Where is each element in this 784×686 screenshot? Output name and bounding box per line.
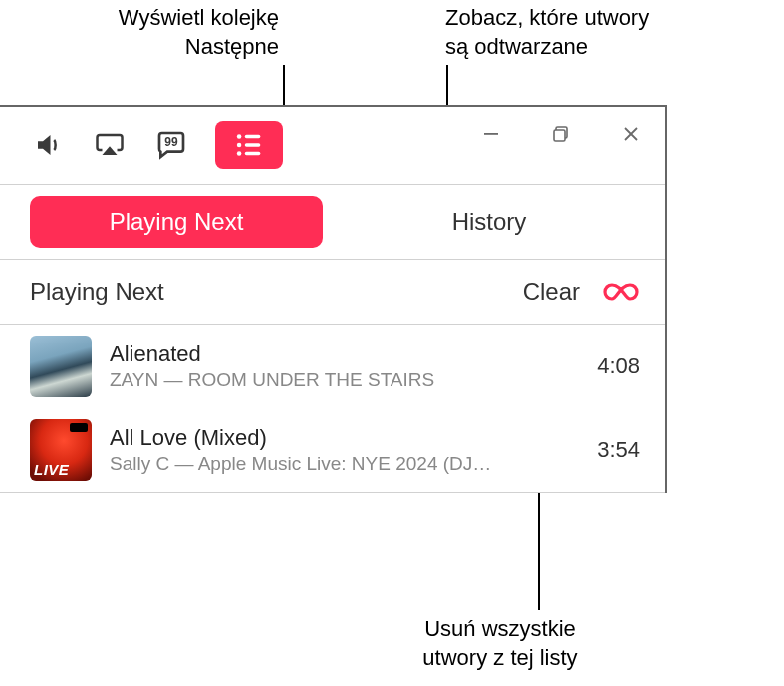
track-subtitle: ZAYN — ROOM UNDER THE STAIRS [110, 369, 583, 391]
close-button[interactable] [596, 107, 665, 162]
svg-rect-2 [245, 135, 261, 138]
track-info: All Love (Mixed) Sally C — Apple Music L… [110, 425, 583, 475]
toolbar: 99 [0, 121, 283, 169]
callout-text: utwory z tej listy [422, 645, 577, 670]
callout-history: Zobacz, które utwory są odtwarzane [445, 4, 724, 61]
window-controls [456, 107, 665, 162]
track-row[interactable]: Alienated ZAYN — ROOM UNDER THE STAIRS 4… [30, 325, 640, 408]
svg-rect-9 [554, 130, 565, 141]
maximize-button[interactable] [526, 107, 596, 162]
tab-history[interactable]: History [343, 208, 636, 236]
divider [0, 492, 665, 493]
track-title: All Love (Mixed) [110, 425, 583, 451]
tabs: Playing Next History [0, 184, 665, 260]
volume-icon[interactable] [30, 127, 66, 163]
svg-rect-6 [245, 152, 261, 155]
svg-text:99: 99 [164, 135, 178, 149]
airplay-icon[interactable] [92, 127, 128, 163]
section-header: Playing Next Clear [0, 260, 665, 325]
album-artwork [30, 419, 92, 481]
callout-text: są odtwarzane [445, 34, 588, 59]
section-title: Playing Next [30, 278, 523, 306]
autoplay-icon[interactable] [602, 279, 640, 305]
track-duration: 4:08 [597, 353, 640, 379]
svg-rect-4 [245, 143, 261, 146]
callout-queue: Wyświetl kolejkę Następne [70, 4, 279, 61]
svg-rect-7 [484, 133, 498, 135]
album-artwork [30, 336, 92, 397]
callout-text: Usuń wszystkie [424, 616, 576, 641]
track-row[interactable]: All Love (Mixed) Sally C — Apple Music L… [30, 408, 640, 492]
callout-text: Zobacz, które utwory [445, 5, 649, 30]
titlebar: 99 [0, 107, 665, 184]
queue-button[interactable] [215, 121, 283, 169]
lyrics-icon[interactable]: 99 [153, 127, 189, 163]
track-subtitle: Sally C — Apple Music Live: NYE 2024 (DJ… [110, 453, 583, 475]
minimize-button[interactable] [456, 107, 526, 162]
callout-clear: Usuń wszystkie utwory z tej listy [386, 615, 615, 672]
track-title: Alienated [110, 342, 583, 367]
tab-playing-next[interactable]: Playing Next [30, 196, 323, 248]
svg-point-1 [237, 134, 242, 139]
callout-text: Wyświetl kolejkę [119, 5, 279, 30]
track-duration: 3:54 [597, 437, 640, 463]
callout-text: Następne [185, 34, 279, 59]
clear-button[interactable]: Clear [523, 278, 580, 306]
svg-point-3 [237, 143, 242, 148]
track-list: Alienated ZAYN — ROOM UNDER THE STAIRS 4… [0, 325, 665, 492]
music-queue-window: 99 [0, 105, 667, 493]
svg-point-5 [237, 151, 242, 156]
track-info: Alienated ZAYN — ROOM UNDER THE STAIRS [110, 342, 583, 391]
